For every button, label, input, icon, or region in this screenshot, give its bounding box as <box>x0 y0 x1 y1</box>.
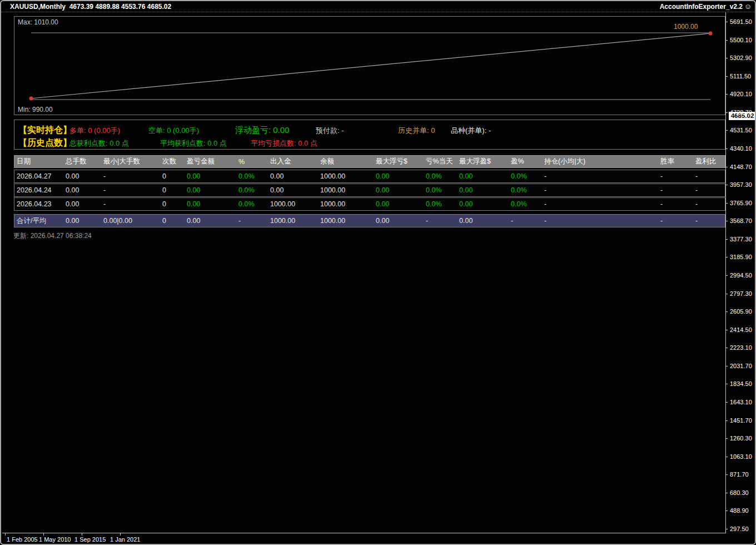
totals-cell: - <box>658 217 693 225</box>
price-tick-label: 3568.70 <box>730 217 752 224</box>
price-tick-mark <box>725 130 728 131</box>
table-cell: 2026.04.27 <box>14 172 63 180</box>
account-info-panel: 【实时持仓】多单: 0 (0.00手)空单: 0 (0.00手)浮动盈亏: 0.… <box>14 120 725 150</box>
totals-cell: 0 <box>160 217 185 225</box>
price-tick-label: 4531.50 <box>730 127 752 133</box>
smiley-icon: ☺ <box>744 2 752 11</box>
indicator-name: AccountInfoExporter_v2.2 <box>660 3 743 11</box>
table-cell: 0.00 <box>374 172 424 180</box>
price-tick-mark <box>725 221 728 221</box>
price-tick-label: 2223.10 <box>730 344 752 351</box>
table-row: 2026.04.270.00-00.000.0%0.001000.000.000… <box>14 170 725 183</box>
price-tick-label: 5500.10 <box>730 37 752 43</box>
time-tick-mark <box>82 533 82 536</box>
price-tick-label: 4148.70 <box>730 164 752 170</box>
equity-curve-panel[interactable]: Max: 1010.00 Min: 990.00 1000.00 <box>14 16 725 115</box>
time-tick-label: 1 Feb 2005 <box>7 536 38 543</box>
info-value: 历史并单: 0 <box>398 126 435 136</box>
price-tick-mark <box>725 76 728 77</box>
price-tick-label: 2797.30 <box>730 290 752 297</box>
time-tick-label: 1 Sep 2015 <box>74 536 106 543</box>
mt4-chart-window: XAUUSD,Monthly 4673.39 4889.88 4553.76 4… <box>0 0 756 545</box>
price-tick-mark <box>725 438 728 439</box>
totals-cell: 1000.00 <box>268 217 318 225</box>
price-tick-mark <box>725 294 728 294</box>
totals-cell: - <box>236 217 268 225</box>
totals-cell: 0.00 <box>185 217 236 225</box>
price-tick-label: 680.30 <box>730 489 749 496</box>
price-tick-mark <box>725 348 728 348</box>
header-cell: 总手数 <box>63 157 101 166</box>
header-cell: 最大浮亏$ <box>374 157 424 166</box>
price-tick-label: 2605.90 <box>730 308 752 315</box>
table-cell: 0.0% <box>424 186 457 194</box>
table-row: 2026.04.240.00-00.000.0%0.001000.000.000… <box>14 184 725 197</box>
price-tick-label: 4340.10 <box>730 145 752 152</box>
header-cell: 出入金 <box>268 157 318 166</box>
price-tick-label: 3765.90 <box>730 200 752 206</box>
table-cell: - <box>101 200 160 208</box>
price-tick-mark <box>725 384 728 384</box>
equity-min-label: Min: 990.00 <box>18 106 53 113</box>
info-value: 预付款: - <box>316 126 344 136</box>
table-cell: 0.0% <box>424 172 457 180</box>
header-cell: 最小|大手数 <box>101 157 160 166</box>
table-cell: - <box>693 200 725 208</box>
header-cell: 持仓(小均|大) <box>542 157 658 166</box>
totals-cell: 0.00 <box>374 217 424 225</box>
price-tick-label: 4728.70 <box>730 109 752 116</box>
price-scale[interactable]: 4685.02 5691.505500.105302.905111.504920… <box>725 12 756 533</box>
info-value: 浮动盈亏: 0.00 <box>235 125 290 136</box>
table-cell: 0.00 <box>63 172 101 180</box>
table-cell: 0.00 <box>457 186 509 194</box>
table-cell: 0.00 <box>63 200 101 208</box>
info-value: 品种(并单): - <box>451 126 491 136</box>
table-cell: 0 <box>160 200 185 208</box>
table-cell: 0.0% <box>236 186 268 194</box>
price-tick-mark <box>725 22 728 22</box>
header-cell: 亏%当天 <box>424 157 457 166</box>
price-tick-mark <box>725 239 728 240</box>
table-cell: 0.0% <box>424 200 457 208</box>
table-cell: 0.0% <box>509 172 542 180</box>
info-value: 平均获利点数: 0.0 点 <box>160 138 227 148</box>
time-tick-mark <box>43 533 44 536</box>
time-tick-mark <box>5 533 6 536</box>
price-tick-mark <box>725 402 728 403</box>
table-cell: 2026.04.24 <box>14 186 63 194</box>
table-cell: 1000.00 <box>318 172 374 180</box>
totals-cell: - <box>509 217 542 225</box>
balance-end-point <box>709 32 713 36</box>
table-cell: 1000.00 <box>318 186 374 194</box>
header-cell: 次数 <box>160 157 185 166</box>
price-tick-mark <box>725 112 728 113</box>
price-tick-label: 1260.30 <box>730 435 752 442</box>
table-cell: - <box>658 200 693 208</box>
table-cell: 0.00 <box>457 200 509 208</box>
table-cell: 0 <box>160 186 185 194</box>
header-cell: 胜率 <box>658 157 693 166</box>
price-tick-label: 5302.90 <box>730 54 752 61</box>
totals-cell: - <box>424 217 457 225</box>
price-tick-mark <box>725 257 728 257</box>
time-axis[interactable]: 1 Feb 20051 May 20101 Sep 20151 Jan 2021 <box>2 533 726 545</box>
price-tick-label: 4920.10 <box>730 91 752 97</box>
balance-start-point <box>29 97 33 101</box>
table-cell: 0.00 <box>185 172 236 180</box>
totals-cell: 1000.00 <box>318 217 374 225</box>
price-tick-label: 2414.50 <box>730 326 752 333</box>
table-cell: 0.00 <box>374 186 424 194</box>
table-cell: - <box>542 186 658 194</box>
title-bar: XAUUSD,Monthly 4673.39 4889.88 4553.76 4… <box>1 1 755 12</box>
table-cell: - <box>101 186 160 194</box>
price-tick-mark <box>725 366 728 366</box>
table-cell: 1000.00 <box>268 200 318 208</box>
equity-max-label: Max: 1010.00 <box>18 18 58 26</box>
header-cell: 余额 <box>318 157 374 166</box>
table-cell: - <box>101 172 160 180</box>
price-tick-label: 2031.70 <box>730 363 752 369</box>
table-cell: 2026.04.23 <box>14 200 63 208</box>
price-tick-mark <box>725 167 728 167</box>
price-tick-mark <box>725 40 728 41</box>
totals-cell: - <box>542 217 658 225</box>
